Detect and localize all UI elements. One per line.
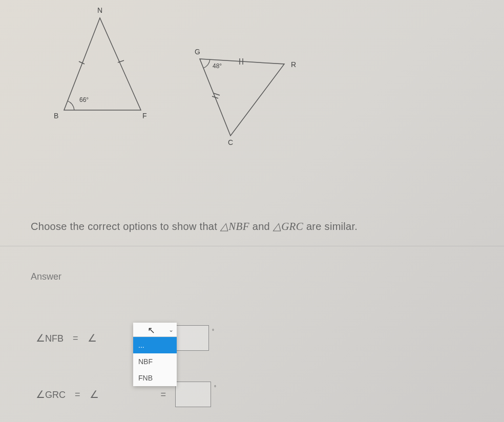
degree-2: ° — [214, 385, 216, 390]
question-prefix: Choose the correct options to show that — [31, 221, 220, 232]
vertex-r: R — [291, 60, 296, 69]
dropdown-option-fnb[interactable]: FNB — [133, 370, 177, 386]
triangle-nbf: △NBF — [220, 220, 249, 233]
angle-66: 66° — [79, 96, 89, 103]
cursor-icon: ↖ — [148, 325, 155, 336]
section-divider — [0, 246, 504, 246]
answer-heading: Answer — [31, 271, 61, 282]
dropdown-header[interactable]: ↖ ⌄ — [133, 323, 177, 337]
angle-48: 48° — [213, 62, 222, 70]
angle-symbol-1: ∠ — [88, 332, 97, 344]
chevron-down-icon: ⌄ — [169, 326, 174, 333]
triangles-svg — [26, 5, 333, 154]
answer-row-nfb: ∠NFB = ∠ = ° — [36, 325, 214, 351]
value-input-2[interactable] — [175, 382, 211, 407]
question-prompt: Choose the correct options to show that … — [31, 220, 358, 233]
triangle-grc: △GRC — [273, 220, 303, 233]
degree-1: ° — [212, 328, 214, 334]
angle-grc-label: ∠GRC — [36, 388, 66, 400]
vertex-n: N — [97, 6, 102, 14]
svg-marker-0 — [64, 18, 141, 110]
vertex-f: F — [142, 112, 147, 120]
equals-2: = — [75, 389, 80, 400]
value-input-1[interactable] — [173, 325, 209, 351]
dropdown-option-placeholder[interactable]: ... — [133, 337, 177, 353]
svg-marker-3 — [200, 59, 284, 136]
question-suffix: are similar. — [306, 221, 358, 232]
answer-row-grc: ∠GRC = ∠ = ° — [36, 382, 216, 407]
dropdown-option-nbf[interactable]: NBF — [133, 353, 177, 370]
vertex-g: G — [195, 48, 200, 56]
angle-symbol-2: ∠ — [90, 388, 99, 400]
geometry-diagram: N B F 66° G R C 48° — [26, 5, 333, 154]
angle-nfb-label: ∠NFB — [36, 332, 64, 344]
equals-2b: = — [161, 389, 166, 400]
angle-dropdown[interactable]: ↖ ⌄ ... NBF FNB — [133, 323, 177, 386]
vertex-c: C — [228, 138, 233, 146]
equals-1: = — [73, 333, 78, 344]
question-mid: and — [253, 221, 273, 232]
vertex-b: B — [54, 112, 58, 120]
